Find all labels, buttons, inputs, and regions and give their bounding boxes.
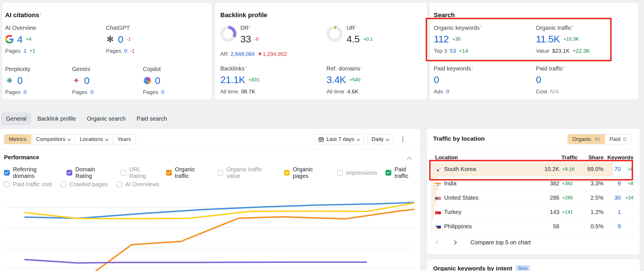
more-options-icon[interactable] bbox=[400, 135, 405, 144]
stat-backlinks: Backlinksi21.1K+931All time98.7K bbox=[220, 65, 315, 95]
traffic-row-india[interactable]: India382+3823.3%9+8 bbox=[431, 176, 636, 191]
metric-toggle-impressions[interactable]: Impressions bbox=[337, 170, 377, 176]
stat-value[interactable]: 11.5K bbox=[536, 34, 560, 45]
toggle-paid[interactable]: Paid 0 bbox=[605, 134, 631, 144]
info-icon[interactable]: i bbox=[361, 65, 362, 69]
stat-value[interactable]: 21.1K bbox=[220, 74, 245, 85]
info-icon[interactable]: i bbox=[356, 24, 357, 28]
metric-toggle-crawled-pages[interactable]: Crawled pages bbox=[61, 181, 108, 188]
keywords-value[interactable]: 70 bbox=[604, 166, 621, 172]
chevron-down-icon bbox=[357, 137, 360, 141]
pages-label: Pages bbox=[5, 48, 21, 54]
tab-paid-search[interactable]: Paid search bbox=[132, 112, 172, 125]
col-traffic[interactable]: Traffic bbox=[525, 154, 578, 161]
stat-sub-value[interactable]: 0 bbox=[446, 89, 449, 95]
keywords-value[interactable]: 1 bbox=[604, 209, 621, 215]
toggle-paid-count: 0 bbox=[623, 136, 627, 142]
citations-value[interactable]: 0 bbox=[155, 75, 160, 86]
traffic-row-south-korea[interactable]: South Korea10.2K+9.1K89.0%70+6 bbox=[431, 162, 636, 176]
performance-line-chart[interactable] bbox=[0, 191, 420, 271]
citations-value[interactable]: 4 bbox=[17, 34, 22, 45]
metric-toggle-paid-traffic[interactable]: Paid traffic bbox=[386, 166, 420, 179]
pages-label: Pages bbox=[143, 89, 158, 95]
pages-delta: -1 bbox=[130, 48, 135, 54]
ur-value: 4.5 bbox=[347, 34, 360, 45]
col-share[interactable]: Share bbox=[578, 154, 604, 161]
filter-competitors[interactable]: Competitors bbox=[31, 134, 75, 144]
dr-label: DRi bbox=[240, 24, 259, 31]
stat-value[interactable]: 0 bbox=[434, 74, 439, 85]
keywords-value[interactable]: 30 bbox=[604, 195, 621, 201]
next-page-icon[interactable] bbox=[450, 238, 459, 247]
tab-backlink-profile[interactable]: Backlink profile bbox=[32, 112, 81, 125]
stat-value[interactable]: 112 bbox=[434, 34, 449, 45]
info-icon[interactable]: i bbox=[250, 24, 250, 28]
traffic-by-location-panel: Traffic by location Organic 40 Paid 0 Lo… bbox=[427, 129, 640, 254]
pages-label: Pages bbox=[72, 89, 87, 95]
pages-value[interactable]: 0 bbox=[24, 89, 27, 95]
citations-value[interactable]: 0 bbox=[17, 75, 22, 86]
info-icon[interactable]: i bbox=[564, 65, 565, 69]
stat-organic-keywords: Organic keywordsi112+30Top 353+14 bbox=[434, 24, 528, 54]
pages-value[interactable]: 0 bbox=[90, 89, 94, 95]
pages-delta: +1 bbox=[29, 48, 35, 54]
compare-top5-link[interactable]: Compare top 5 on chart bbox=[470, 239, 531, 246]
citations-value[interactable]: 0 bbox=[118, 34, 123, 45]
traffic-row-turkey[interactable]: Turkey143+1411.2%1 bbox=[431, 205, 636, 219]
intent-title: Organic keywords by intent bbox=[433, 265, 512, 271]
stat-value[interactable]: 0 bbox=[536, 74, 541, 85]
info-icon[interactable]: i bbox=[480, 24, 481, 28]
metric-toggle-organic-pages[interactable]: Organic pages bbox=[284, 166, 329, 179]
info-icon[interactable]: i bbox=[472, 65, 473, 69]
flag-tr-icon bbox=[435, 210, 441, 214]
ar-value[interactable]: 2,848,084 bbox=[230, 51, 255, 57]
traffic-value: 143 bbox=[525, 209, 559, 215]
copilot-icon bbox=[143, 76, 151, 85]
info-icon[interactable]: i bbox=[40, 11, 41, 16]
metric-toggle-url-rating[interactable]: URL Rating bbox=[120, 166, 157, 179]
info-icon[interactable]: i bbox=[572, 24, 573, 28]
metric-toggle-referring-domains[interactable]: Referring domains bbox=[4, 166, 58, 179]
stat-value[interactable]: 3.4K bbox=[326, 74, 346, 85]
stat-sub-value[interactable]: 53 bbox=[450, 48, 456, 54]
citations-delta: +4 bbox=[26, 36, 31, 42]
pages-value[interactable]: 0 bbox=[161, 89, 164, 95]
prev-page-icon[interactable] bbox=[433, 238, 442, 247]
stat-sub-label: All time bbox=[326, 89, 344, 95]
keywords-value[interactable]: 9 bbox=[604, 180, 621, 187]
ai-citations-card: AI citationsi AI Overview4+4Pages1+1Chat… bbox=[2, 3, 212, 99]
unchecked-checkbox-icon bbox=[120, 170, 126, 176]
metric-toggle-organic-traffic[interactable]: Organic traffic bbox=[166, 166, 209, 179]
overview-panel: MetricsCompetitorsLocationsYears Last 7 … bbox=[0, 129, 420, 271]
date-range-button[interactable]: Last 7 days bbox=[314, 134, 364, 144]
keywords-value[interactable]: 9 bbox=[604, 223, 621, 230]
traffic-row-united-states[interactable]: United States286+2852.5%30+24 bbox=[431, 191, 636, 205]
unchecked-checkbox-icon bbox=[217, 170, 223, 176]
tab-organic-search[interactable]: Organic search bbox=[82, 112, 131, 125]
citations-value[interactable]: 0 bbox=[84, 75, 89, 86]
info-icon[interactable]: i bbox=[245, 65, 246, 69]
flag-in-icon bbox=[435, 182, 441, 186]
metric-toggle-paid-traffic-cost[interactable]: Paid traffic cost bbox=[4, 181, 52, 188]
metric-toggle-ai-overviews[interactable]: AI Overviews bbox=[116, 181, 159, 188]
metric-toggle-domain-rating[interactable]: Domain Rating bbox=[67, 166, 112, 179]
pages-label: Pages bbox=[106, 48, 121, 54]
pages-label: Pages bbox=[5, 89, 21, 95]
pages-value[interactable]: 1 bbox=[24, 48, 27, 54]
ahrefs-rank-row: AR2,848,084▼1,294,952 bbox=[220, 51, 287, 57]
tab-general[interactable]: General bbox=[1, 112, 31, 125]
toggle-organic[interactable]: Organic 40 bbox=[568, 134, 605, 144]
collapse-section-icon[interactable] bbox=[408, 157, 411, 162]
chart-line-referring-domains bbox=[25, 203, 414, 218]
col-keywords[interactable]: Keywords bbox=[604, 154, 633, 161]
traffic-row-philippines[interactable]: Philippines580.5%9 bbox=[431, 219, 636, 234]
pages-value[interactable]: 0 bbox=[124, 48, 127, 54]
filter-locations[interactable]: Locations bbox=[75, 134, 113, 144]
ur-donut bbox=[326, 26, 343, 42]
unchecked-checkbox-icon bbox=[337, 170, 343, 176]
granularity-button[interactable]: Daily bbox=[367, 134, 393, 144]
stat-sub-delta: +14 bbox=[459, 48, 468, 54]
filter-metrics[interactable]: Metrics bbox=[4, 134, 31, 144]
metric-toggle-organic-traffic-value[interactable]: Organic traffic value bbox=[217, 166, 275, 179]
filter-years[interactable]: Years bbox=[113, 134, 136, 144]
